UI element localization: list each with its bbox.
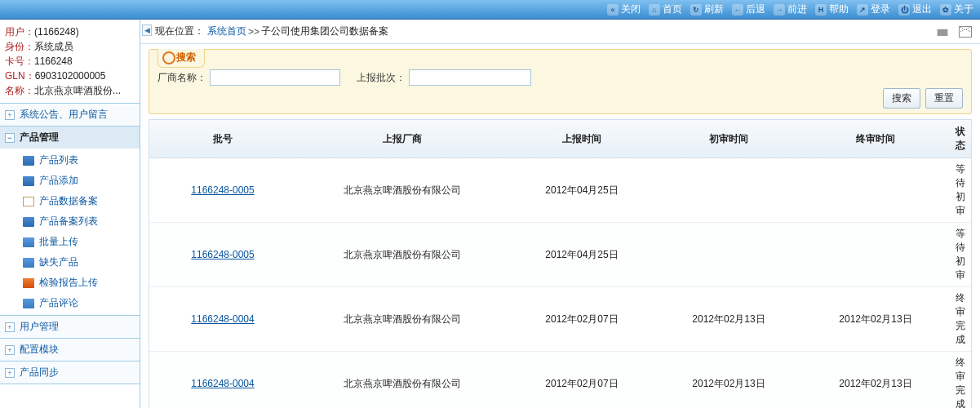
search-batch-label: 上报批次：: [357, 71, 406, 85]
nav-section-config[interactable]: +配置模块: [0, 339, 140, 361]
table-row: 1166248-0005北京燕京啤酒股份有限公司2012年04月25日等待初审: [149, 223, 971, 287]
topnav-item[interactable]: «关闭: [607, 2, 641, 16]
cell-submit-time: 2012年02月07日: [508, 287, 655, 352]
nav-item-label: 产品列表: [39, 153, 78, 167]
book-icon: [23, 299, 34, 308]
nav-section-sync[interactable]: +产品同步: [0, 361, 140, 384]
cell-manufacturer: 北京燕京啤酒股份有限公司: [296, 158, 508, 223]
nav-item-label: 产品备案列表: [39, 215, 98, 228]
search-batch-input[interactable]: [409, 69, 531, 86]
topnav-label: 帮助: [829, 2, 849, 16]
topnav-label: 首页: [663, 2, 682, 16]
batch-link[interactable]: 1166248-0005: [191, 184, 254, 196]
topnav-icon: →: [774, 4, 785, 16]
nav-sublist: 产品列表 产品添加 产品数据备案 产品备案列表 批量上传 缺失产品 检验报告上传…: [0, 149, 140, 315]
cell-manufacturer: 北京燕京啤酒股份有限公司: [296, 287, 508, 352]
cell-submit-time: 2012年04月25日: [508, 158, 655, 223]
cell-batch: 1166248-0004: [149, 287, 296, 352]
nav-section-label: 系统公告、用户留言: [20, 108, 108, 122]
col-header-manufacturer: 上报厂商: [296, 120, 508, 158]
nav-section-label: 产品同步: [20, 366, 59, 379]
search-panel: 搜索 厂商名称： 上报批次： 搜索 重置: [149, 49, 972, 114]
topnav-label: 前进: [787, 2, 807, 16]
nav-item-label: 批量上传: [39, 235, 78, 249]
topnav-item[interactable]: ⏻退出: [898, 2, 932, 16]
topnav-item[interactable]: ←后退: [732, 2, 765, 16]
nav-item-comments[interactable]: 产品评论: [0, 293, 140, 313]
expand-icon: +: [5, 110, 15, 120]
topnav-icon: ←: [732, 4, 743, 16]
book-icon: [23, 258, 34, 268]
topnav-label: 关闭: [621, 2, 641, 16]
batch-link[interactable]: 1166248-0005: [191, 249, 254, 260]
reset-button[interactable]: 重置: [925, 88, 963, 109]
nav-section-user-mgmt[interactable]: +用户管理: [0, 316, 140, 338]
topnav-icon: ✿: [940, 4, 951, 16]
gln-label: GLN：: [5, 70, 35, 82]
nav-item-filing-list[interactable]: 产品备案列表: [0, 211, 140, 232]
topnav-item[interactable]: →前进: [774, 2, 807, 16]
nav-item-label: 产品数据备案: [39, 194, 98, 208]
topnav-item[interactable]: H帮助: [815, 2, 849, 16]
results-table: 批号 上报厂商 上报时间 初审时间 终审时间 状态 1166248-0005北京…: [149, 120, 971, 408]
col-header-final-review-time: 终审时间: [802, 120, 949, 158]
cell-manufacturer: 北京燕京啤酒股份有限公司: [296, 352, 508, 409]
expand-icon: +: [5, 345, 15, 355]
col-header-status: 状态: [949, 120, 971, 158]
expand-icon: +: [5, 322, 15, 332]
topnav-item[interactable]: ↗登录: [857, 2, 890, 16]
collapse-sidebar-icon[interactable]: ◀: [142, 24, 152, 36]
search-mfr-input[interactable]: [210, 69, 340, 86]
topnav-label: 退出: [912, 2, 932, 16]
expand-icon: +: [5, 368, 15, 378]
col-header-batch: 批号: [149, 120, 296, 158]
search-button[interactable]: 搜索: [883, 88, 920, 109]
gln-value: 6903102000005: [35, 70, 106, 82]
topnav-label: 登录: [871, 2, 890, 16]
card-label: 卡号：: [5, 55, 34, 67]
breadcrumb-separator: >>: [248, 26, 259, 38]
nav-item-missing[interactable]: 缺失产品: [0, 252, 140, 273]
cell-batch: 1166248-0004: [149, 352, 296, 409]
cell-final-review-time: [802, 158, 949, 223]
nav-item-label: 产品添加: [39, 174, 78, 188]
topnav-item[interactable]: ↻刷新: [690, 2, 724, 16]
cell-final-review-time: 2012年02月13日: [802, 287, 949, 352]
topnav-icon: ↻: [690, 4, 702, 16]
batch-link[interactable]: 1166248-0004: [191, 313, 254, 325]
results-table-wrap: 批号 上报厂商 上报时间 初审时间 终审时间 状态 1166248-0005北京…: [149, 119, 972, 408]
nav-item-data-filing[interactable]: 产品数据备案: [0, 191, 140, 211]
cell-first-review-time: [655, 158, 802, 223]
topnav-icon: ↗: [857, 4, 868, 16]
table-row: 1166248-0005北京燕京啤酒股份有限公司2012年04月25日等待初审: [149, 158, 971, 223]
mail-icon[interactable]: [959, 26, 972, 38]
cell-first-review-time: 2012年02月13日: [655, 352, 802, 409]
cell-final-review-time: [802, 223, 949, 287]
topnav-label: 后退: [746, 2, 765, 16]
breadcrumb-home-link[interactable]: 系统首页: [207, 24, 246, 38]
book-icon: [23, 237, 34, 247]
cell-submit-time: 2012年02月07日: [508, 352, 655, 409]
nav-item-report-upload[interactable]: 检验报告上传: [0, 273, 140, 293]
nav-item-product-add[interactable]: 产品添加: [0, 171, 140, 191]
nav-section-products[interactable]: −产品管理: [0, 126, 140, 149]
topnav-icon: ⏻: [898, 4, 910, 16]
nav-item-label: 缺失产品: [39, 255, 78, 269]
nav-item-product-list[interactable]: 产品列表: [0, 150, 140, 171]
sidebar: 用户：(1166248) 身份：系统成员 卡号：1166248 GLN：6903…: [0, 20, 140, 408]
top-nav-bar: «关闭⌂首页↻刷新←后退→前进H帮助↗登录⏻退出✿关于: [0, 0, 980, 20]
print-icon[interactable]: [936, 26, 949, 38]
topnav-item[interactable]: ⌂首页: [649, 2, 682, 16]
topnav-item[interactable]: ✿关于: [940, 2, 973, 16]
nav-item-label: 检验报告上传: [39, 276, 98, 290]
main-content: ◀ 现在位置： 系统首页 >> 子公司使用集团公司数据备案 搜索 厂商名称： 上…: [140, 20, 980, 408]
batch-link[interactable]: 1166248-0004: [191, 378, 254, 389]
breadcrumb-label: 现在位置：: [155, 24, 204, 38]
cell-status: 等待初审: [949, 158, 971, 223]
nav-section-announcements[interactable]: +系统公告、用户留言: [0, 104, 140, 126]
cell-status: 终审完成: [949, 352, 971, 409]
topnav-label: 刷新: [704, 2, 724, 16]
nav-section-label: 产品管理: [20, 131, 59, 144]
nav-item-batch-upload[interactable]: 批量上传: [0, 232, 140, 252]
nav-section-label: 用户管理: [20, 320, 59, 334]
